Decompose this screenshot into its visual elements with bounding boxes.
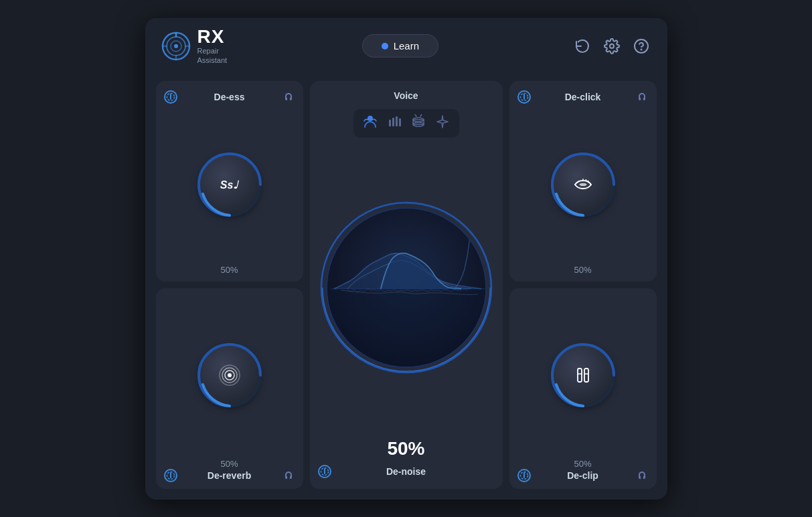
dereverb-footer: De-reverb (164, 469, 295, 482)
undo-icon[interactable] (573, 37, 592, 56)
deess-power-button[interactable] (164, 90, 177, 104)
deess-knob[interactable]: Ss♩ (199, 154, 260, 215)
visualizer-container (319, 147, 493, 428)
declick-value: 50% (574, 265, 591, 275)
declip-title: De-clip (531, 470, 635, 481)
denoise-footer: De-noise (318, 465, 495, 478)
app-container: RX RepairAssistant Learn (145, 18, 667, 500)
dereverb-module: 50% De-reverb (156, 288, 303, 489)
svg-point-39 (228, 373, 232, 377)
declick-knob-container (553, 110, 613, 260)
declick-module: De-click (509, 81, 657, 282)
declip-power-button[interactable] (517, 469, 531, 482)
svg-rect-18 (399, 118, 401, 126)
dereverb-knob-icon (218, 363, 242, 387)
logo-area: RX RepairAssistant (161, 27, 228, 66)
declip-knob[interactable] (553, 345, 613, 405)
denoise-power-button[interactable] (318, 465, 331, 478)
declick-knob-icon (572, 178, 594, 191)
svg-point-30 (321, 468, 328, 475)
declip-knob-container (553, 298, 613, 453)
denoise-value: 50% (387, 438, 424, 459)
voice-mode-fx[interactable] (435, 114, 450, 132)
dereverb-power-button[interactable] (164, 469, 177, 482)
header-icons (573, 37, 651, 56)
svg-rect-17 (396, 116, 398, 126)
svg-rect-47 (584, 369, 588, 382)
svg-point-50 (520, 472, 527, 479)
declick-power-button[interactable] (517, 90, 531, 104)
logo-text: RX RepairAssistant (197, 27, 228, 66)
waveform-svg (327, 209, 487, 368)
denoise-title: De-noise (331, 466, 481, 477)
svg-point-32 (520, 94, 527, 101)
deess-module: De-ess Ss♩ 50% (156, 81, 303, 282)
voice-module: Voice (310, 81, 503, 488)
dereverb-listen-button[interactable] (282, 469, 295, 482)
svg-point-3 (174, 44, 178, 48)
svg-rect-16 (392, 118, 394, 126)
dereverb-knob[interactable] (199, 345, 260, 405)
app-logo-icon (161, 31, 191, 61)
deess-listen-button[interactable] (282, 90, 295, 104)
svg-point-43 (167, 472, 174, 479)
deess-header: De-ess (164, 90, 295, 104)
svg-line-22 (415, 114, 416, 116)
declick-knob[interactable] (553, 154, 613, 215)
svg-point-14 (368, 116, 373, 121)
svg-line-23 (420, 114, 422, 116)
learn-dot-icon (382, 43, 388, 49)
dereverb-knob-container (199, 298, 260, 453)
main-grid: De-ess Ss♩ 50% (145, 74, 667, 499)
voice-mode-drum[interactable] (411, 114, 426, 132)
declip-knob-icon (572, 365, 594, 386)
svg-point-8 (610, 44, 614, 48)
declick-header: De-click (517, 90, 649, 104)
declip-value: 50% (574, 459, 591, 469)
svg-rect-46 (578, 369, 582, 382)
declick-listen-button[interactable] (635, 90, 649, 104)
dereverb-value: 50% (220, 459, 238, 469)
voice-title: Voice (318, 90, 495, 101)
learn-label: Learn (394, 40, 419, 51)
learn-button[interactable]: Learn (362, 34, 438, 58)
voice-mode-music[interactable] (387, 114, 402, 132)
deess-value: 50% (220, 265, 238, 275)
declip-listen-button[interactable] (635, 469, 649, 482)
app-subtitle: RepairAssistant (197, 46, 228, 66)
help-icon[interactable] (632, 37, 651, 56)
app-name: RX (197, 27, 228, 46)
header: RX RepairAssistant Learn (145, 18, 667, 75)
dereverb-title: De-reverb (177, 470, 282, 481)
deess-knob-container: Ss♩ (199, 110, 260, 260)
voice-mode-voice[interactable] (363, 114, 378, 132)
declip-module: 50% De-clip (509, 288, 657, 489)
settings-icon[interactable] (602, 37, 621, 56)
deess-title: De-ess (177, 92, 282, 102)
voice-mode-selector (353, 109, 459, 138)
declick-title: De-click (531, 92, 635, 102)
svg-point-11 (167, 94, 174, 101)
declip-footer: De-clip (517, 469, 649, 482)
svg-rect-15 (389, 120, 391, 126)
deess-knob-label: Ss♩ (220, 179, 239, 191)
